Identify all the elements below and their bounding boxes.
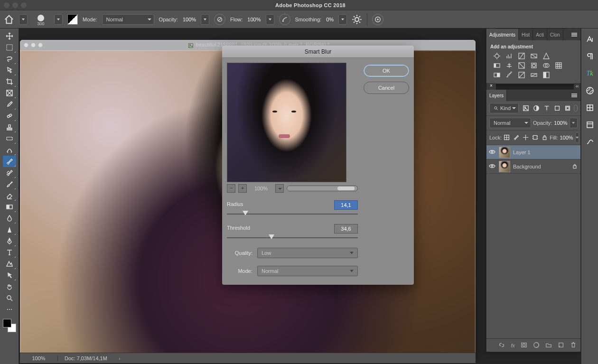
tool-history-brush[interactable] [3,167,16,178]
flow-dropdown[interactable] [266,14,274,25]
lock-artboard-icon[interactable] [532,134,538,141]
layer-thumbnail[interactable] [499,147,510,158]
opacity-value[interactable]: 100% [183,17,196,22]
smoothing-options-icon[interactable] [352,14,362,25]
tool-quick-select[interactable] [3,65,16,76]
cancel-button[interactable]: Cancel [364,82,409,94]
filter-shape-icon[interactable] [554,105,561,112]
visibility-toggle-icon[interactable] [488,149,496,156]
group-icon[interactable] [545,342,552,349]
maximize-window-icon[interactable] [21,2,27,8]
tab-clone[interactable]: Clon [547,29,563,40]
tool-eraser[interactable] [3,190,16,201]
trash-icon[interactable] [570,342,577,349]
layer-mask-icon[interactable] [521,342,527,349]
swatches-panel-icon[interactable] [585,103,595,113]
layer-filter-kind-dropdown[interactable]: Kind [489,103,519,113]
dialog-preview-scrollbar[interactable] [287,186,358,191]
tool-marquee[interactable] [3,42,16,53]
foreground-color-swatch[interactable] [3,319,11,327]
color-swatches[interactable] [3,319,16,332]
layer-thumbnail[interactable] [499,161,510,172]
threshold-input[interactable]: 34,6 [334,224,358,233]
status-zoom[interactable]: 100% [20,355,58,361]
hue-sat-icon[interactable] [493,62,501,69]
ok-button[interactable]: OK [364,65,409,77]
panel-icon-2[interactable] [585,137,595,147]
tool-frame[interactable] [3,87,16,99]
lock-pixels-icon[interactable] [513,134,519,141]
dialog-zoom-dropdown[interactable] [275,184,284,193]
home-icon[interactable] [4,14,14,25]
radius-input[interactable]: 14,1 [334,200,358,210]
tool-shape[interactable] [3,258,16,270]
tool-patch[interactable] [3,133,16,144]
radius-slider[interactable] [227,212,358,216]
posterize-icon[interactable] [505,71,513,79]
pressure-opacity-toggle[interactable] [214,14,225,25]
tool-healing[interactable] [3,110,16,121]
smoothing-value[interactable]: 0% [326,17,334,22]
tool-dodge[interactable] [3,224,16,235]
layer-opacity-value[interactable]: 100% [554,120,567,126]
tool-hand[interactable] [3,281,16,292]
tool-brush[interactable] [3,156,16,167]
filter-adjustment-icon[interactable] [533,105,540,112]
layers-panel-collapse-icon[interactable]: ‹‹ [574,83,580,90]
tool-more[interactable] [3,304,16,315]
character-panel-icon[interactable] [585,34,595,45]
selective-color-icon[interactable] [542,71,550,79]
tool-type[interactable] [3,247,16,258]
layers-panel-menu-icon[interactable] [568,90,580,101]
threshold-slider[interactable] [227,235,358,240]
tool-eyedropper[interactable] [3,99,16,110]
zoom-out-button[interactable]: − [227,184,235,193]
invert-icon[interactable] [493,71,501,79]
dialog-preview[interactable] [227,63,346,182]
link-layers-icon[interactable] [498,342,505,349]
navigator-panel-icon[interactable] [585,85,595,96]
tool-stamp[interactable] [3,121,16,133]
tk-panel-icon[interactable]: Tk [585,68,595,79]
curves-icon[interactable] [518,52,525,60]
layer-fill-value[interactable]: 100% [560,135,573,140]
smoothing-dropdown[interactable] [338,14,347,25]
tool-mixer-brush[interactable] [3,178,16,190]
panel-close-x-icon[interactable]: × [574,28,580,29]
levels-icon[interactable] [505,52,513,60]
channel-mixer-icon[interactable] [542,62,550,69]
layer-name[interactable]: Layer 1 [513,149,579,155]
panel-icon[interactable] [585,120,595,130]
tab-histogram[interactable]: Hist [519,29,533,40]
layer-name[interactable]: Background [513,164,569,169]
lock-transparent-icon[interactable] [504,134,510,141]
filter-smart-icon[interactable] [564,105,571,112]
tool-crop[interactable] [3,76,16,87]
dialog-mode-dropdown[interactable]: Normal [257,266,358,276]
zoom-in-button[interactable]: + [238,184,247,193]
tab-layers[interactable]: Layers [486,90,507,101]
brush-picker-dropdown[interactable] [54,14,63,25]
tool-path-select[interactable] [3,270,16,281]
layer-blend-mode-dropdown[interactable]: Normal [489,118,531,128]
panel-collapse-icon[interactable]: ‹‹ [566,28,573,29]
filter-pixel-icon[interactable] [523,105,529,112]
lock-position-icon[interactable] [523,134,529,141]
tool-blur[interactable] [3,213,16,224]
layer-item[interactable]: Background [486,159,580,174]
lock-all-icon[interactable] [542,134,548,141]
paragraph-panel-icon[interactable] [585,51,595,62]
tool-move[interactable] [3,30,16,42]
color-balance-icon[interactable] [505,62,513,69]
layer-opacity-dropdown[interactable] [570,118,578,128]
layer-fx-icon[interactable]: fx [511,343,515,348]
window-controls[interactable] [4,2,27,8]
gradient-map-icon[interactable] [530,71,538,79]
brush-preview[interactable]: 300 [32,13,49,26]
airbrush-toggle[interactable] [279,14,290,25]
tool-preset-dropdown[interactable] [19,14,28,25]
layer-fill-dropdown[interactable] [575,132,579,143]
threshold-icon[interactable] [518,71,525,79]
brush-panel-toggle[interactable] [67,14,78,25]
exposure-icon[interactable] [530,52,538,60]
